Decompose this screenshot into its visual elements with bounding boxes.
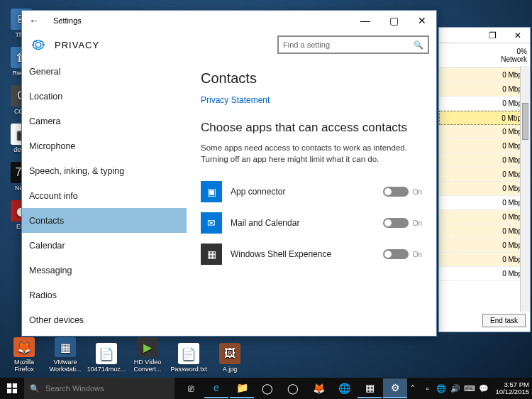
sidebar-item-general[interactable]: General [22,59,187,84]
page-category: PRIVACY [48,40,277,50]
table-row[interactable]: 0 Mbps [439,253,530,267]
start-button[interactable] [0,378,24,399]
sidebar-item-label: General [29,67,60,77]
table-row[interactable]: 0 Mbps [439,111,530,125]
sidebar-item-account[interactable]: Account info [22,183,187,208]
desktop-icon[interactable]: ▦VMware Workstati... [45,337,85,374]
table-row[interactable]: 0 Mbps [439,82,530,97]
sidebar-item-label: Camera [29,116,60,126]
svg-rect-2 [7,389,11,393]
privacy-statement-link[interactable]: Privacy Statement [201,95,422,105]
explorer-icon[interactable]: 📁 [230,378,254,398]
firefox-icon[interactable]: 🦊 [306,378,331,399]
volume-icon[interactable]: 🔊 [450,384,461,393]
column-header[interactable]: 0%Network [439,43,530,68]
back-button[interactable]: ← [29,15,46,26]
sidebar-item-radios[interactable]: Radios [22,283,187,307]
tray-icon[interactable]: ▫ [421,384,433,393]
table-row[interactable]: 0 Mbps [439,97,530,111]
search-input[interactable]: Find a setting 🔍 [277,35,429,54]
sidebar-item-label: Speech, inking, & typing [29,166,124,176]
restore-button[interactable]: ❐ [480,28,505,43]
toggle-state: On [413,188,422,196]
desktop-icon[interactable]: 🖼A.jpg [210,337,250,374]
settings-taskbar-icon[interactable]: ⚙ [383,378,407,398]
sidebar-item-speech[interactable]: Speech, inking, & typing [22,158,187,183]
mail-icon: ✉ [201,212,222,234]
globe-icon[interactable]: 🌐 [332,378,356,399]
sidebar-item-label: Contacts [29,216,64,226]
table-row[interactable]: 0 Mbps [439,267,530,281]
toggle-shell[interactable] [383,249,409,259]
table-row[interactable]: 0 Mbps [439,210,530,224]
app-row-shell: ▦ Windows Shell Experience On [201,239,422,270]
edge-icon[interactable]: e [204,378,228,398]
sidebar-item-calendar[interactable]: Calendar [22,233,187,258]
sidebar-item-label: Calendar [29,241,65,251]
app-connector-icon: ▣ [201,181,222,202]
table-row[interactable]: 0 Mbps [439,182,530,196]
notifications-icon[interactable]: 💬 [478,384,489,393]
search-placeholder: Find a setting [283,40,330,49]
sidebar-item-label: Radios [29,290,57,300]
app-icon[interactable]: ▦ [358,378,382,398]
clock-date: 10/12/2015 [495,388,529,395]
app-name: App connector [231,187,375,197]
sidebar-item-label: Microphone [29,141,75,151]
svg-rect-0 [7,383,11,388]
sidebar-item-messaging[interactable]: Messaging [22,258,187,283]
search-icon: 🔍 [30,384,40,393]
close-button[interactable]: ✕ [505,28,530,43]
chrome-icon[interactable]: ◯ [255,378,279,399]
table-row[interactable]: 0 Mbps [439,153,530,168]
close-button[interactable]: ✕ [408,11,436,31]
search-placeholder: Search Windows [45,384,104,393]
keyboard-icon[interactable]: ⌨ [464,384,475,393]
table-row[interactable]: 0 Mbps [439,139,530,153]
table-row[interactable]: 0 Mbps [439,239,530,253]
tray-chevron-icon[interactable]: ˄ [407,384,419,393]
desktop-icon[interactable]: 📄104714muz... [87,337,126,374]
maximize-button[interactable]: ▢ [379,11,408,31]
table-row[interactable]: 0 Mbps [439,196,530,210]
sidebar-item-contacts[interactable]: Contacts [22,208,187,233]
section-description: Some apps need access to contacts to wor… [201,142,422,165]
sidebar-item-label: Location [29,92,62,102]
table-row[interactable]: 0 Mbps [439,168,530,182]
scrollbar[interactable] [520,66,530,312]
toggle-state: On [413,219,422,227]
task-view-button[interactable]: ⎚ [179,378,203,399]
sidebar-item-microphone[interactable]: Microphone [22,133,187,158]
chrome-canary-icon[interactable]: ◯ [281,378,305,399]
desktop-icon[interactable]: ▶HD Video Convert... [128,337,167,374]
sidebar-item-label: Account info [29,191,78,201]
minimize-button[interactable]: — [351,11,379,31]
toggle-app-connector[interactable] [383,187,409,197]
search-icon: 🔍 [414,40,423,50]
table-row[interactable]: 0 Mbps [439,125,530,139]
sidebar-item-other[interactable]: Other devices [22,307,187,332]
sidebar: General Location Camera Microphone Speec… [22,59,187,336]
settings-window: ← Settings — ▢ ✕ PRIVACY Find a setting … [21,10,437,337]
sidebar-item-label: Other devices [29,315,84,325]
desktop-icon[interactable]: 📄Password.txt [169,337,209,374]
section-heading: Choose apps that can access contacts [201,121,422,135]
toggle-mail[interactable] [383,218,409,228]
desktop-icon[interactable]: 🦊Mozilla Firefox [4,337,44,374]
titlebar[interactable]: ← Settings — ▢ ✕ [22,11,436,31]
desktop-icons-bottom: 🦊Mozilla Firefox ▦VMware Workstati... 📄1… [0,337,250,374]
sidebar-item-location[interactable]: Location [22,84,187,109]
table-row[interactable]: 0 Mbps [439,68,530,82]
end-task-button[interactable]: End task [482,314,526,327]
table-row[interactable]: 0 Mbps [439,224,530,239]
app-name: Windows Shell Experience [231,249,375,259]
task-manager-window[interactable]: ❐ ✕ 0%Network 0 Mbps 0 Mbps 0 Mbps 0 Mbp… [438,27,531,332]
cortana-search[interactable]: 🔍 Search Windows [24,378,174,399]
toggle-state: On [413,251,422,258]
app-name: Mail and Calendar [231,218,375,228]
clock[interactable]: 3:57 PM 10/12/2015 [492,381,529,396]
sidebar-item-camera[interactable]: Camera [22,109,187,133]
network-icon[interactable]: 🌐 [436,384,447,393]
taskbar: 🔍 Search Windows ⎚ e 📁 ◯ ◯ 🦊 🌐 ▦ ⚙ ˄ ▫ 🌐… [0,378,532,399]
app-row-mail: ✉ Mail and Calendar On [201,207,422,239]
